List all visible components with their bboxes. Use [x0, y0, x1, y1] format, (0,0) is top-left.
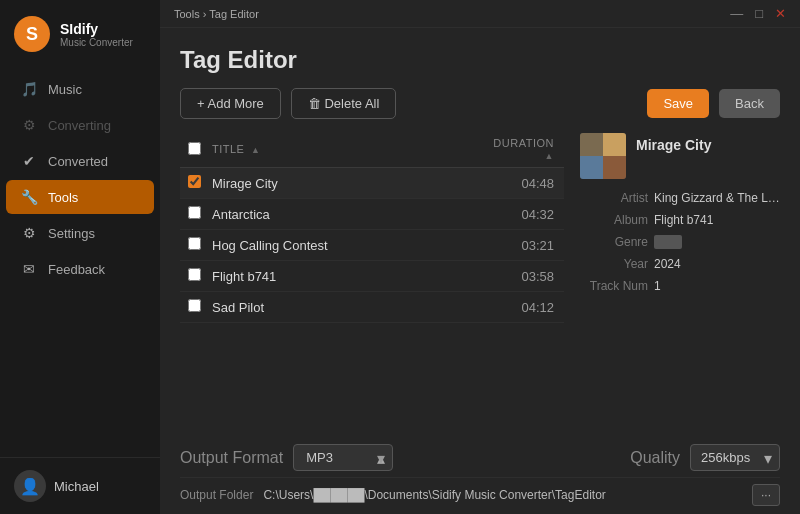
panels: TITLE ▲ DURATION ▲ Mirage City: [180, 131, 780, 444]
track-check-1: [180, 206, 208, 222]
select-all-checkbox[interactable]: [188, 142, 201, 155]
track-duration-3: 03:58: [484, 269, 564, 284]
sidebar-item-settings-label: Settings: [48, 226, 95, 241]
track-checkbox-1[interactable]: [188, 206, 201, 219]
genre-label: Genre: [580, 235, 648, 249]
album-value: Flight b741: [654, 213, 780, 227]
window-controls: — □ ✕: [730, 6, 786, 21]
sidebar-item-tools-label: Tools: [48, 190, 78, 205]
quality-select[interactable]: 256kbps 128kbps 320kbps: [690, 444, 780, 471]
sidebar: S SIdify Music Converter 🎵 Music ⚙ Conve…: [0, 0, 160, 514]
folder-path: C:\Users\██████\Documents\Sidify Music C…: [263, 488, 742, 502]
feedback-icon: ✉: [20, 261, 38, 277]
sidebar-item-converting[interactable]: ⚙ Converting: [6, 108, 154, 142]
folder-browse-button[interactable]: ···: [752, 484, 780, 506]
converting-icon: ⚙: [20, 117, 38, 133]
sidebar-item-settings[interactable]: ⚙ Settings: [6, 216, 154, 250]
tracknum-value: 1: [654, 279, 780, 293]
maximize-button[interactable]: □: [755, 6, 763, 21]
user-area[interactable]: 👤 Michael: [0, 457, 160, 514]
detail-genre-row: Genre: [580, 235, 780, 249]
track-duration-0: 04:48: [484, 176, 564, 191]
header-title: TITLE ▲: [208, 143, 484, 155]
format-select-wrapper[interactable]: MP3 M4A FLAC OGG AIFF ▴: [293, 444, 393, 471]
music-icon: 🎵: [20, 81, 38, 97]
tools-icon: 🔧: [20, 189, 38, 205]
track-duration-2: 03:21: [484, 238, 564, 253]
track-check-4: [180, 299, 208, 315]
table-row[interactable]: Flight b741 03:58: [180, 261, 564, 292]
track-thumbnail: [580, 133, 626, 179]
main-panel: Tools › Tag Editor — □ ✕ Tag Editor + Ad…: [160, 0, 800, 514]
detail-fields: Artist King Gizzard & The Lizard Y Album…: [580, 191, 780, 293]
detail-track-title: Mirage City: [636, 137, 711, 153]
converted-icon: ✔: [20, 153, 38, 169]
app-logo: S SIdify Music Converter: [0, 0, 160, 64]
genre-swatch: [654, 235, 682, 249]
close-button[interactable]: ✕: [775, 6, 786, 21]
quality-select-wrapper[interactable]: 256kbps 128kbps 320kbps ▾: [690, 444, 780, 471]
breadcrumb-current: Tag Editor: [209, 8, 259, 20]
sidebar-item-tools[interactable]: 🔧 Tools: [6, 180, 154, 214]
table-row[interactable]: Sad Pilot 04:12: [180, 292, 564, 323]
table-header: TITLE ▲ DURATION ▲: [180, 131, 564, 168]
track-title-4: Sad Pilot: [208, 300, 484, 315]
sidebar-item-feedback[interactable]: ✉ Feedback: [6, 252, 154, 286]
app-name: SIdify: [60, 21, 133, 37]
output-folder-label: Output Folder: [180, 488, 253, 502]
thumbnail-mosaic: [580, 133, 626, 179]
detail-artist-row: Artist King Gizzard & The Lizard Y: [580, 191, 780, 205]
detail-album-row: Album Flight b741: [580, 213, 780, 227]
track-checkbox-0[interactable]: [188, 175, 201, 188]
breadcrumb-parent: Tools: [174, 8, 200, 20]
track-duration-1: 04:32: [484, 207, 564, 222]
logo-icon: S: [14, 16, 50, 52]
avatar: 👤: [14, 470, 46, 502]
content-area: Tag Editor + Add More 🗑 Delete All Save …: [160, 28, 800, 514]
track-title-3: Flight b741: [208, 269, 484, 284]
table-row[interactable]: Hog Calling Contest 03:21: [180, 230, 564, 261]
track-check-0: [180, 175, 208, 191]
table-row[interactable]: Mirage City 04:48: [180, 168, 564, 199]
track-thumbnail-area: Mirage City: [580, 133, 780, 179]
format-select[interactable]: MP3 M4A FLAC OGG AIFF: [293, 444, 393, 471]
title-bar: Tools › Tag Editor — □ ✕: [160, 0, 800, 28]
output-format-label: Output Format: [180, 449, 283, 467]
minimize-button[interactable]: —: [730, 6, 743, 21]
save-button[interactable]: Save: [647, 89, 709, 118]
detail-year-row: Year 2024: [580, 257, 780, 271]
track-title-0: Mirage City: [208, 176, 484, 191]
track-rows: Mirage City 04:48 Antarctica 04:32: [180, 168, 564, 440]
sidebar-item-converted-label: Converted: [48, 154, 108, 169]
back-button[interactable]: Back: [719, 89, 780, 118]
app-subtitle: Music Converter: [60, 37, 133, 48]
sidebar-item-music-label: Music: [48, 82, 82, 97]
track-checkbox-4[interactable]: [188, 299, 201, 312]
detail-tracknum-row: Track Num 1: [580, 279, 780, 293]
format-row: Output Format MP3 M4A FLAC OGG AIFF ▴ Qu…: [180, 444, 780, 478]
add-more-button[interactable]: + Add More: [180, 88, 281, 119]
sidebar-item-music[interactable]: 🎵 Music: [6, 72, 154, 106]
track-check-3: [180, 268, 208, 284]
sidebar-item-converted[interactable]: ✔ Converted: [6, 144, 154, 178]
tracknum-label: Track Num: [580, 279, 648, 293]
track-checkbox-3[interactable]: [188, 268, 201, 281]
page-title: Tag Editor: [180, 46, 780, 74]
bottom-bar: Output Format MP3 M4A FLAC OGG AIFF ▴ Qu…: [180, 444, 780, 514]
sidebar-item-converting-label: Converting: [48, 118, 111, 133]
header-check: [180, 142, 208, 157]
delete-all-button[interactable]: 🗑 Delete All: [291, 88, 397, 119]
breadcrumb: Tools › Tag Editor: [174, 8, 259, 20]
settings-icon: ⚙: [20, 225, 38, 241]
track-checkbox-2[interactable]: [188, 237, 201, 250]
track-title-2: Hog Calling Contest: [208, 238, 484, 253]
artist-label: Artist: [580, 191, 648, 205]
artist-value: King Gizzard & The Lizard Y: [654, 191, 780, 205]
sidebar-item-feedback-label: Feedback: [48, 262, 105, 277]
track-title-1: Antarctica: [208, 207, 484, 222]
table-row[interactable]: Antarctica 04:32: [180, 199, 564, 230]
track-list: TITLE ▲ DURATION ▲ Mirage City: [180, 131, 564, 444]
username: Michael: [54, 479, 99, 494]
year-label: Year: [580, 257, 648, 271]
folder-row: Output Folder C:\Users\██████\Documents\…: [180, 478, 780, 514]
